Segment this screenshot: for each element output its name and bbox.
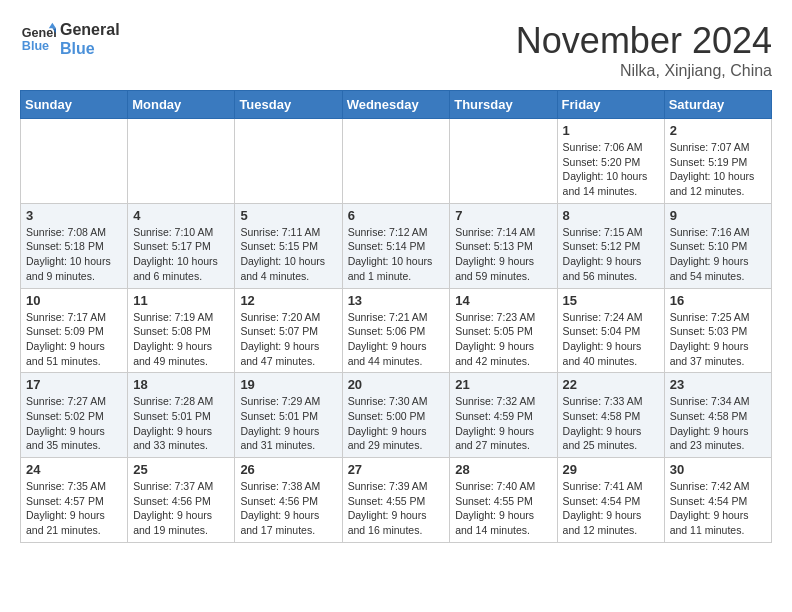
calendar-week-3: 17Sunrise: 7:27 AM Sunset: 5:02 PM Dayli… — [21, 373, 772, 458]
day-info: Sunrise: 7:11 AM Sunset: 5:15 PM Dayligh… — [240, 225, 336, 284]
calendar-cell: 20Sunrise: 7:30 AM Sunset: 5:00 PM Dayli… — [342, 373, 450, 458]
calendar-cell: 30Sunrise: 7:42 AM Sunset: 4:54 PM Dayli… — [664, 458, 771, 543]
day-number: 22 — [563, 377, 659, 392]
calendar-cell: 23Sunrise: 7:34 AM Sunset: 4:58 PM Dayli… — [664, 373, 771, 458]
day-number: 13 — [348, 293, 445, 308]
calendar-cell: 4Sunrise: 7:10 AM Sunset: 5:17 PM Daylig… — [128, 203, 235, 288]
day-info: Sunrise: 7:27 AM Sunset: 5:02 PM Dayligh… — [26, 394, 122, 453]
calendar-cell — [235, 119, 342, 204]
day-number: 25 — [133, 462, 229, 477]
calendar-cell: 11Sunrise: 7:19 AM Sunset: 5:08 PM Dayli… — [128, 288, 235, 373]
calendar-cell: 10Sunrise: 7:17 AM Sunset: 5:09 PM Dayli… — [21, 288, 128, 373]
calendar-cell — [21, 119, 128, 204]
day-info: Sunrise: 7:23 AM Sunset: 5:05 PM Dayligh… — [455, 310, 551, 369]
calendar-cell — [342, 119, 450, 204]
header: General Blue General Blue November 2024 … — [20, 20, 772, 80]
day-number: 15 — [563, 293, 659, 308]
day-number: 11 — [133, 293, 229, 308]
calendar-cell: 28Sunrise: 7:40 AM Sunset: 4:55 PM Dayli… — [450, 458, 557, 543]
day-number: 27 — [348, 462, 445, 477]
calendar-cell: 2Sunrise: 7:07 AM Sunset: 5:19 PM Daylig… — [664, 119, 771, 204]
day-info: Sunrise: 7:37 AM Sunset: 4:56 PM Dayligh… — [133, 479, 229, 538]
day-info: Sunrise: 7:10 AM Sunset: 5:17 PM Dayligh… — [133, 225, 229, 284]
day-number: 9 — [670, 208, 766, 223]
svg-text:Blue: Blue — [22, 39, 49, 53]
calendar-week-0: 1Sunrise: 7:06 AM Sunset: 5:20 PM Daylig… — [21, 119, 772, 204]
weekday-header-sunday: Sunday — [21, 91, 128, 119]
day-info: Sunrise: 7:35 AM Sunset: 4:57 PM Dayligh… — [26, 479, 122, 538]
day-number: 26 — [240, 462, 336, 477]
day-info: Sunrise: 7:20 AM Sunset: 5:07 PM Dayligh… — [240, 310, 336, 369]
day-number: 21 — [455, 377, 551, 392]
weekday-header-friday: Friday — [557, 91, 664, 119]
calendar-cell: 6Sunrise: 7:12 AM Sunset: 5:14 PM Daylig… — [342, 203, 450, 288]
day-info: Sunrise: 7:33 AM Sunset: 4:58 PM Dayligh… — [563, 394, 659, 453]
day-info: Sunrise: 7:34 AM Sunset: 4:58 PM Dayligh… — [670, 394, 766, 453]
month-title: November 2024 — [516, 20, 772, 62]
calendar-cell: 27Sunrise: 7:39 AM Sunset: 4:55 PM Dayli… — [342, 458, 450, 543]
day-number: 12 — [240, 293, 336, 308]
day-info: Sunrise: 7:17 AM Sunset: 5:09 PM Dayligh… — [26, 310, 122, 369]
day-info: Sunrise: 7:07 AM Sunset: 5:19 PM Dayligh… — [670, 140, 766, 199]
day-number: 18 — [133, 377, 229, 392]
day-number: 8 — [563, 208, 659, 223]
weekday-header-monday: Monday — [128, 91, 235, 119]
calendar-cell: 12Sunrise: 7:20 AM Sunset: 5:07 PM Dayli… — [235, 288, 342, 373]
calendar-cell: 24Sunrise: 7:35 AM Sunset: 4:57 PM Dayli… — [21, 458, 128, 543]
day-number: 17 — [26, 377, 122, 392]
day-info: Sunrise: 7:28 AM Sunset: 5:01 PM Dayligh… — [133, 394, 229, 453]
calendar-cell: 25Sunrise: 7:37 AM Sunset: 4:56 PM Dayli… — [128, 458, 235, 543]
calendar-cell: 17Sunrise: 7:27 AM Sunset: 5:02 PM Dayli… — [21, 373, 128, 458]
day-number: 3 — [26, 208, 122, 223]
day-number: 23 — [670, 377, 766, 392]
day-info: Sunrise: 7:29 AM Sunset: 5:01 PM Dayligh… — [240, 394, 336, 453]
day-number: 6 — [348, 208, 445, 223]
day-number: 4 — [133, 208, 229, 223]
calendar-cell: 16Sunrise: 7:25 AM Sunset: 5:03 PM Dayli… — [664, 288, 771, 373]
day-info: Sunrise: 7:40 AM Sunset: 4:55 PM Dayligh… — [455, 479, 551, 538]
weekday-header-saturday: Saturday — [664, 91, 771, 119]
logo-line1: General — [60, 20, 120, 39]
calendar-cell: 22Sunrise: 7:33 AM Sunset: 4:58 PM Dayli… — [557, 373, 664, 458]
title-area: November 2024 Nilka, Xinjiang, China — [516, 20, 772, 80]
calendar-cell: 15Sunrise: 7:24 AM Sunset: 5:04 PM Dayli… — [557, 288, 664, 373]
day-number: 19 — [240, 377, 336, 392]
calendar-week-1: 3Sunrise: 7:08 AM Sunset: 5:18 PM Daylig… — [21, 203, 772, 288]
weekday-header-row: SundayMondayTuesdayWednesdayThursdayFrid… — [21, 91, 772, 119]
day-info: Sunrise: 7:15 AM Sunset: 5:12 PM Dayligh… — [563, 225, 659, 284]
day-number: 2 — [670, 123, 766, 138]
day-number: 20 — [348, 377, 445, 392]
day-info: Sunrise: 7:08 AM Sunset: 5:18 PM Dayligh… — [26, 225, 122, 284]
day-info: Sunrise: 7:16 AM Sunset: 5:10 PM Dayligh… — [670, 225, 766, 284]
logo-line2: Blue — [60, 39, 120, 58]
day-info: Sunrise: 7:24 AM Sunset: 5:04 PM Dayligh… — [563, 310, 659, 369]
day-number: 29 — [563, 462, 659, 477]
day-number: 5 — [240, 208, 336, 223]
calendar-cell: 1Sunrise: 7:06 AM Sunset: 5:20 PM Daylig… — [557, 119, 664, 204]
calendar-cell: 29Sunrise: 7:41 AM Sunset: 4:54 PM Dayli… — [557, 458, 664, 543]
day-number: 7 — [455, 208, 551, 223]
day-number: 10 — [26, 293, 122, 308]
day-info: Sunrise: 7:30 AM Sunset: 5:00 PM Dayligh… — [348, 394, 445, 453]
day-info: Sunrise: 7:21 AM Sunset: 5:06 PM Dayligh… — [348, 310, 445, 369]
calendar-cell: 26Sunrise: 7:38 AM Sunset: 4:56 PM Dayli… — [235, 458, 342, 543]
calendar-cell — [450, 119, 557, 204]
day-info: Sunrise: 7:32 AM Sunset: 4:59 PM Dayligh… — [455, 394, 551, 453]
day-number: 1 — [563, 123, 659, 138]
day-number: 24 — [26, 462, 122, 477]
day-info: Sunrise: 7:38 AM Sunset: 4:56 PM Dayligh… — [240, 479, 336, 538]
calendar-cell: 9Sunrise: 7:16 AM Sunset: 5:10 PM Daylig… — [664, 203, 771, 288]
day-number: 30 — [670, 462, 766, 477]
calendar-week-4: 24Sunrise: 7:35 AM Sunset: 4:57 PM Dayli… — [21, 458, 772, 543]
logo: General Blue General Blue — [20, 20, 120, 58]
day-info: Sunrise: 7:25 AM Sunset: 5:03 PM Dayligh… — [670, 310, 766, 369]
day-info: Sunrise: 7:41 AM Sunset: 4:54 PM Dayligh… — [563, 479, 659, 538]
calendar-cell: 14Sunrise: 7:23 AM Sunset: 5:05 PM Dayli… — [450, 288, 557, 373]
weekday-header-tuesday: Tuesday — [235, 91, 342, 119]
location: Nilka, Xinjiang, China — [516, 62, 772, 80]
calendar-cell: 7Sunrise: 7:14 AM Sunset: 5:13 PM Daylig… — [450, 203, 557, 288]
day-number: 28 — [455, 462, 551, 477]
calendar: SundayMondayTuesdayWednesdayThursdayFrid… — [20, 90, 772, 543]
logo-icon: General Blue — [20, 21, 56, 57]
day-number: 14 — [455, 293, 551, 308]
